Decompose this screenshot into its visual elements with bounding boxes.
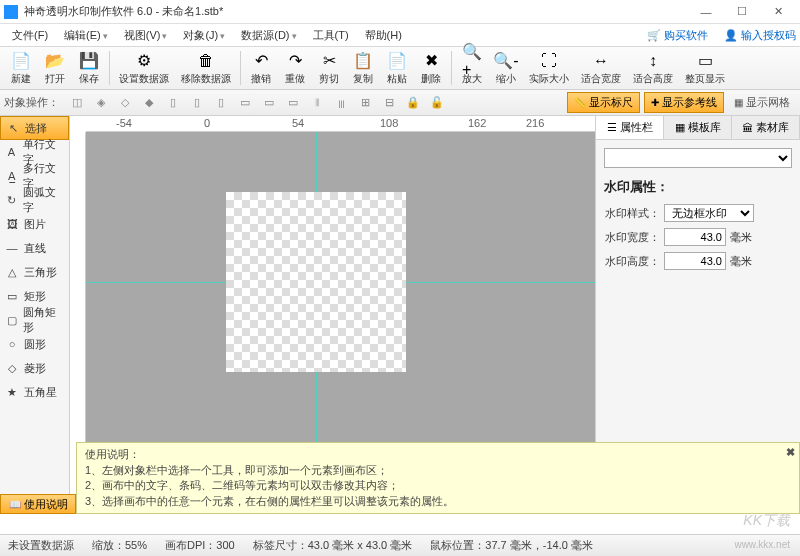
close-button[interactable]: ✕ [760,0,796,24]
app-icon [4,5,18,19]
toolbar-删除[interactable]: ✖删除 [414,49,448,88]
toolbar-放大[interactable]: 🔍+放大 [455,49,489,88]
titlebar: 神奇透明水印制作软件 6.0 - 未命名1.stb* — ☐ ✕ [0,0,800,24]
toolbar-保存[interactable]: 💾保存 [72,49,106,88]
tool-菱形[interactable]: ◇菱形 [0,356,69,380]
align-icon[interactable]: ▭ [282,93,304,113]
toolbar-移除数据源[interactable]: 🗑移除数据源 [175,49,237,88]
layer-icon[interactable]: ◇ [114,93,136,113]
tool-直线[interactable]: —直线 [0,236,69,260]
status-mouse: 鼠标位置：37.7 毫米，-14.0 毫米 [430,538,593,553]
toolbar-复制[interactable]: 📋复制 [346,49,380,88]
toolbar-打开[interactable]: 📂打开 [38,49,72,88]
usage-tab[interactable]: 📖 使用说明 [0,494,76,514]
object-toolbar: 对象操作： ◫ ◈ ◇ ◆ ▯ ▯ ▯ ▭ ▭ ▭ ⫴ ⫼ ⊞ ⊟ 🔒 🔓 📏 … [0,90,800,116]
object-ops-label: 对象操作： [4,95,59,110]
main-toolbar: 📄新建📂打开💾保存⚙设置数据源🗑移除数据源↶撤销↷重做✂剪切📋复制📄粘贴✖删除🔍… [0,46,800,90]
tool-三角形[interactable]: △三角形 [0,260,69,284]
toolbar-粘贴[interactable]: 📄粘贴 [380,49,414,88]
menubar: 文件(F) 编辑(E)▾ 视图(V)▾ 对象(J)▾ 数据源(D)▾ 工具(T)… [0,24,800,46]
element-select[interactable] [604,148,792,168]
status-datasource: 未设置数据源 [8,538,74,553]
tab-assets[interactable]: 🏛素材库 [732,116,800,139]
menu-datasource[interactable]: 数据源(D)▾ [233,28,304,43]
menu-edit[interactable]: 编辑(E)▾ [56,28,116,43]
tool-圆弧文字[interactable]: ↻圆弧文字 [0,188,69,212]
lock-icon[interactable]: 🔒 [402,93,424,113]
dist-icon[interactable]: ⫼ [330,93,352,113]
tab-templates[interactable]: ▦模板库 [664,116,732,139]
menu-object[interactable]: 对象(J)▾ [175,28,233,43]
watermark-height-input[interactable] [664,252,726,270]
unlock-icon[interactable]: 🔓 [426,93,448,113]
menu-tools[interactable]: 工具(T) [305,28,357,43]
tool-图片[interactable]: 🖼图片 [0,212,69,236]
ruler-horizontal: -54 0 54 108 162 216 [86,116,595,132]
toolbar-实际大小[interactable]: ⛶实际大小 [523,49,575,88]
layer-icon[interactable]: ◫ [66,93,88,113]
tool-五角星[interactable]: ★五角星 [0,380,69,404]
status-dpi: 画布DPI：300 [165,538,235,553]
watermark-width-input[interactable] [664,228,726,246]
menu-help[interactable]: 帮助(H) [357,28,410,43]
tool-圆角矩形[interactable]: ▢圆角矩形 [0,308,69,332]
status-size: 标签尺寸：43.0 毫米 x 43.0 毫米 [253,538,413,553]
show-ruler-button[interactable]: 📏 显示标尺 [567,92,640,113]
watermark-style-select[interactable]: 无边框水印 [664,204,754,222]
align-icon[interactable]: ▯ [186,93,208,113]
toolbar-新建[interactable]: 📄新建 [4,49,38,88]
statusbar: 未设置数据源 缩放：55% 画布DPI：300 标签尺寸：43.0 毫米 x 4… [0,534,800,556]
tool-圆形[interactable]: ○圆形 [0,332,69,356]
group-icon[interactable]: ⊞ [354,93,376,113]
tab-properties[interactable]: ☰属性栏 [596,116,664,139]
toolbar-整页显示[interactable]: ▭整页显示 [679,49,731,88]
show-grid-button[interactable]: ▦ 显示网格 [728,93,796,112]
layer-icon[interactable]: ◈ [90,93,112,113]
menu-view[interactable]: 视图(V)▾ [116,28,176,43]
license-link[interactable]: 👤 输入授权码 [724,28,796,43]
artboard[interactable] [226,192,406,372]
align-icon[interactable]: ▯ [162,93,184,113]
align-icon[interactable]: ▭ [234,93,256,113]
status-zoom: 缩放：55% [92,538,147,553]
panel-tabs: ☰属性栏 ▦模板库 🏛素材库 [596,116,800,140]
help-close-icon[interactable]: ✖ [786,445,795,460]
toolbar-剪切[interactable]: ✂剪切 [312,49,346,88]
section-title: 水印属性： [604,178,792,196]
maximize-button[interactable]: ☐ [724,0,760,24]
toolbar-适合宽度[interactable]: ↔适合宽度 [575,49,627,88]
toolbar-设置数据源[interactable]: ⚙设置数据源 [113,49,175,88]
buy-link[interactable]: 🛒 购买软件 [647,28,708,43]
align-icon[interactable]: ▭ [258,93,280,113]
menu-file[interactable]: 文件(F) [4,28,56,43]
toolbar-缩小[interactable]: 🔍-缩小 [489,49,523,88]
toolbar-重做[interactable]: ↷重做 [278,49,312,88]
group-icon[interactable]: ⊟ [378,93,400,113]
toolbar-撤销[interactable]: ↶撤销 [244,49,278,88]
site-watermark: KK下载 [743,512,790,530]
dist-icon[interactable]: ⫴ [306,93,328,113]
align-icon[interactable]: ▯ [210,93,232,113]
site-url: www.kkx.net [734,539,790,550]
window-title: 神奇透明水印制作软件 6.0 - 未命名1.stb* [24,4,688,19]
show-guides-button[interactable]: ✚ 显示参考线 [644,92,724,113]
layer-icon[interactable]: ◆ [138,93,160,113]
help-panel: 使用说明： 1、左侧对象栏中选择一个工具，即可添加一个元素到画布区； 2、画布中… [76,442,800,514]
minimize-button[interactable]: — [688,0,724,24]
toolbar-适合高度[interactable]: ↕适合高度 [627,49,679,88]
tool-sidebar: ↖选择A单行文字A̲多行文字↻圆弧文字🖼图片—直线△三角形▭矩形▢圆角矩形○圆形… [0,116,70,514]
